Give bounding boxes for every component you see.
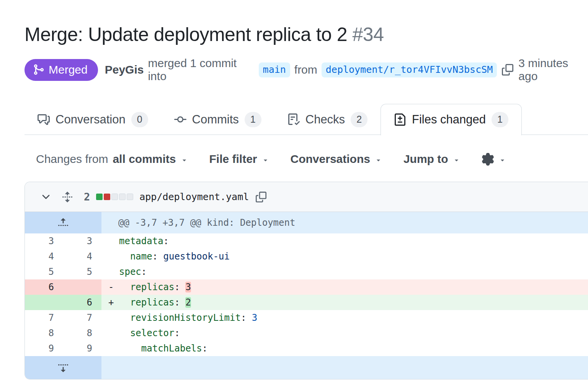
new-line-number[interactable]: 6 [63, 295, 101, 310]
diff-sign [108, 264, 119, 279]
triangle-down-icon [181, 156, 188, 164]
changes-from-dropdown[interactable]: Changes from all commits [36, 153, 188, 166]
file-filter-dropdown[interactable]: File filter [209, 153, 269, 166]
colon: : [152, 251, 163, 262]
diff-row-deleted: 6 - replicas: 3 [25, 279, 588, 295]
diff-row: 7 7 revisionHistoryLimit: 3 [25, 310, 588, 325]
colon: : [202, 343, 207, 354]
code-line: revisionHistoryLimit: 3 [101, 310, 588, 325]
new-line-number[interactable] [63, 279, 101, 295]
addition-sign: + [108, 295, 119, 310]
pr-meta-row: Merged PeyGis merged 1 commit into main … [24, 57, 588, 83]
copy-branch-button[interactable] [502, 64, 513, 76]
added-value: 2 [185, 297, 191, 308]
colon: : [163, 236, 169, 246]
copy-icon [502, 64, 513, 76]
hunk-header-text: @@ -3,7 +3,7 @@ kind: Deployment [101, 212, 588, 233]
base-branch-label[interactable]: main [259, 62, 290, 77]
jump-to-dropdown[interactable]: Jump to [403, 153, 460, 166]
diffstat-neutral-square [127, 194, 133, 200]
expander-spacer [101, 356, 588, 379]
author-link[interactable]: PeyGis [105, 63, 144, 76]
old-line-number[interactable] [25, 295, 63, 310]
merged-timestamp: 3 minutes ago [518, 57, 588, 83]
changed-lines-count: 2 [84, 191, 90, 203]
old-line-number[interactable]: 4 [25, 249, 63, 264]
indent [119, 328, 130, 338]
tab-counter: 2 [351, 112, 368, 128]
new-line-number[interactable]: 7 [63, 310, 101, 325]
chevron-down-icon [40, 191, 52, 203]
colon: : [241, 312, 252, 323]
deletion-sign: - [108, 279, 119, 295]
old-line-number[interactable]: 6 [25, 279, 63, 295]
new-line-number[interactable]: 3 [63, 233, 101, 249]
diff-file-header: 2 app/deployment.yaml [25, 182, 588, 212]
diffstat-neutral-square [119, 194, 126, 200]
hunk-header-row: @@ -3,7 +3,7 @@ kind: Deployment [25, 212, 588, 233]
tab-label: Checks [305, 113, 345, 126]
old-line-number[interactable]: 8 [25, 325, 63, 341]
head-branch-label[interactable]: deployment/r_tor4VFIvvN3bscSM [322, 62, 497, 77]
expand-down-row [25, 356, 588, 379]
tab-conversation[interactable]: Conversation 0 [24, 105, 161, 135]
expand-down-button[interactable] [25, 356, 101, 379]
new-line-number[interactable]: 9 [63, 341, 101, 356]
yaml-key: replicas [130, 297, 175, 308]
conversations-label: Conversations [291, 153, 370, 166]
indent [119, 343, 141, 354]
collapse-file-button[interactable] [40, 191, 52, 203]
pr-number: #34 [353, 24, 384, 45]
diff-settings-dropdown[interactable] [482, 153, 506, 166]
old-line-number[interactable]: 5 [25, 264, 63, 279]
tab-files-changed[interactable]: Files changed 1 [381, 104, 522, 135]
diffstat-neutral-square [111, 194, 118, 200]
diff-sign [108, 325, 119, 341]
diff-file-container: 2 app/deployment.yaml @@ -3,7 +3,7 @@ ki… [24, 182, 588, 379]
copy-file-path-button[interactable] [256, 192, 266, 202]
yaml-value: guestbook-ui [163, 251, 230, 262]
conversations-dropdown[interactable]: Conversations [291, 153, 382, 166]
code-line: - replicas: 3 [101, 279, 588, 295]
indent [119, 282, 130, 292]
yaml-key: name [130, 251, 152, 262]
fold-up-icon [57, 217, 69, 228]
diffstat [96, 194, 133, 200]
expand-all-hunks-button[interactable] [52, 191, 73, 203]
diff-sign [108, 233, 119, 249]
yaml-key: selector [130, 328, 175, 338]
file-filter-label: File filter [209, 153, 257, 166]
yaml-key: revisionHistoryLimit [130, 312, 241, 323]
checklist-icon [287, 113, 300, 126]
tab-label: Files changed [412, 113, 486, 126]
file-path-link[interactable]: app/deployment.yaml [139, 191, 249, 202]
status-badge: Merged [24, 59, 98, 81]
old-line-number[interactable]: 9 [25, 341, 63, 356]
colon: : [141, 266, 147, 277]
triangle-down-icon [453, 156, 460, 164]
old-line-number[interactable]: 3 [25, 233, 63, 249]
colon: : [175, 328, 180, 338]
changes-from-label: Changes from [36, 153, 108, 166]
diff-row: 3 3 metadata: [25, 233, 588, 249]
colon: : [175, 282, 186, 292]
diffstat-addition-square [96, 194, 103, 200]
tab-counter: 1 [245, 112, 261, 128]
diffstat-deletion-square [104, 194, 110, 200]
git-merge-icon [33, 64, 44, 76]
code-line: metadata: [101, 233, 588, 249]
diff-row-added: 6 + replicas: 2 [25, 295, 588, 310]
tab-commits[interactable]: Commits 1 [161, 105, 274, 135]
old-line-number[interactable]: 7 [25, 310, 63, 325]
fold-down-icon [57, 362, 69, 373]
expand-up-button[interactable] [25, 212, 101, 233]
tab-label: Conversation [56, 113, 126, 126]
diff-row: 8 8 selector: [25, 325, 588, 341]
new-line-number[interactable]: 5 [63, 264, 101, 279]
new-line-number[interactable]: 8 [63, 325, 101, 341]
new-line-number[interactable]: 4 [63, 249, 101, 264]
code-line: spec: [101, 264, 588, 279]
tab-checks[interactable]: Checks 2 [274, 105, 381, 135]
diff-sign [108, 341, 119, 356]
comment-discussion-icon [38, 113, 50, 126]
